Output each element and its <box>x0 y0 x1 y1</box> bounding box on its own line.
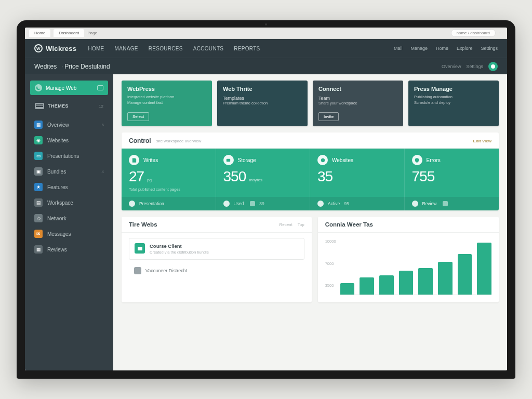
top-nav: W Wickress Home Manage Resources Account… <box>25 39 507 58</box>
tab[interactable]: Recent <box>279 222 292 227</box>
stat-unit: pg <box>147 178 152 182</box>
promo-card[interactable]: Press Manage Publishing automation Sched… <box>408 81 499 126</box>
disk-icon <box>223 155 234 165</box>
promo-text: Integrated website platform <box>127 95 206 100</box>
promo-text: Premium theme collection <box>223 101 302 107</box>
list-item-subtitle: Created via the distribution bundle <box>150 250 299 255</box>
stat-footer[interactable]: Active95 <box>310 197 405 210</box>
promo-text: Publishing automation <box>414 95 493 100</box>
sidebar-sub-count: 12 <box>99 104 103 109</box>
promo-subtitle: Templates <box>223 96 302 101</box>
nav-link[interactable]: Resources <box>149 46 183 51</box>
dot-icon <box>317 201 324 207</box>
nav-util-link[interactable]: Manage <box>410 46 428 51</box>
y-tick: 7000 <box>325 261 336 266</box>
stat-footer[interactable]: Used89 <box>216 197 311 210</box>
chart-bar <box>438 262 453 295</box>
chart-bar <box>458 254 472 295</box>
y-tick: 10000 <box>325 239 336 244</box>
nav-util-link[interactable]: Settings <box>481 46 498 51</box>
nav-util-link[interactable]: Home <box>436 46 448 51</box>
promo-card[interactable]: Connect Team Share your workspace Invite <box>313 81 403 126</box>
chip-icon <box>250 201 255 206</box>
stat-label: Storage <box>238 157 256 163</box>
sidebar-item-reviews[interactable]: ▦Reviews <box>25 242 113 257</box>
stat-card-storage: Storage 350mbytes <box>216 149 311 197</box>
browser-tab[interactable]: Home <box>29 29 50 37</box>
stat-footer[interactable]: Review <box>405 197 499 210</box>
slides-icon: ▭ <box>34 152 43 160</box>
sidebar-item-label: Overview <box>47 122 69 128</box>
stat-card-writes: Writes 27pg Total published content page… <box>122 149 216 197</box>
shield-icon <box>412 155 422 165</box>
nav-util-link[interactable]: Explore <box>457 46 473 51</box>
stat-card-errors: Errors 755 <box>405 149 499 197</box>
y-tick: 3500 <box>325 283 336 288</box>
panel-title: Control <box>129 137 151 144</box>
chart-bar <box>360 277 374 295</box>
bar-chart <box>340 238 491 295</box>
network-icon: ◇ <box>34 214 43 222</box>
nav-util-link[interactable]: Mail <box>394 46 403 51</box>
sidebar-item-features[interactable]: ★Features <box>25 179 113 195</box>
browser-menu-icon[interactable]: ⋯ <box>499 31 503 35</box>
avatar[interactable] <box>488 62 498 71</box>
subheader-link[interactable]: Overview <box>442 64 461 69</box>
stat-foot-label: Review <box>422 201 437 206</box>
nav-link[interactable]: Home <box>88 46 104 51</box>
sidebar-item-count: 6 <box>102 123 104 127</box>
nav-link[interactable]: Manage <box>115 46 138 51</box>
stat-desc: Total published content pages <box>129 187 208 192</box>
globe-icon: ◉ <box>34 136 43 144</box>
panel-action-link[interactable]: Edit View <box>473 139 491 143</box>
url-bar[interactable]: home / dashboard <box>451 29 496 37</box>
promo-card[interactable]: Web Thrite Templates Premium theme colle… <box>217 81 308 126</box>
star-icon: ★ <box>34 183 43 191</box>
sidebar-item-messages[interactable]: ✉Messages <box>25 226 113 242</box>
sidebar-subheader[interactable]: THEMES 12 <box>30 100 108 112</box>
dot-icon <box>223 201 230 207</box>
chip-icon <box>443 201 448 206</box>
stat-card-websites: Websites 35 <box>310 149 405 197</box>
list-item[interactable]: Course Client Created via the distributi… <box>129 238 304 260</box>
chat-icon: ✉ <box>34 230 43 238</box>
sidebar-item-network[interactable]: ◇Network <box>25 210 113 226</box>
browser-chrome: Home Dashboard Page home / dashboard ⋯ <box>25 28 507 39</box>
nav-link[interactable]: Reports <box>234 46 260 51</box>
promo-button[interactable]: Select <box>127 112 149 121</box>
promo-button[interactable]: Invite <box>318 112 339 121</box>
brand[interactable]: W Wickress <box>34 44 76 52</box>
sidebar-item-label: Reviews <box>47 247 67 252</box>
tab[interactable]: Top <box>298 222 304 227</box>
sidebar-item-presentations[interactable]: ▭Presentations <box>25 148 113 164</box>
chart-bar <box>340 283 355 295</box>
square-icon <box>134 267 141 274</box>
list-panel: Tire Webs Recent Top Course Client <box>122 217 312 302</box>
list-item[interactable]: Vaccuneer Distrecht <box>129 264 304 277</box>
promo-card[interactable]: WebPress Integrated website platform Man… <box>122 81 212 126</box>
sidebar-item-overview[interactable]: ▦Overview6 <box>25 117 113 132</box>
nav-link[interactable]: Accounts <box>193 46 224 51</box>
svg-rect-0 <box>227 158 230 162</box>
dot-icon <box>412 201 418 207</box>
sidebar-item-websites[interactable]: ◉Websites <box>25 132 113 148</box>
doc-icon <box>129 155 139 165</box>
stat-foot-num: 89 <box>259 201 264 206</box>
page-title: · <box>60 63 64 70</box>
sidebar-item-active[interactable]: Manage Web <box>30 81 108 95</box>
stat-footer[interactable]: Presentation <box>122 197 216 210</box>
sidebar-item-label: Messages <box>47 231 71 237</box>
stat-value: 35 <box>317 168 332 185</box>
calendar-icon: ▦ <box>34 245 43 254</box>
gauge-icon <box>35 84 42 91</box>
stat-foot-label: Presentation <box>139 201 164 206</box>
browser-tab[interactable]: Dashboard <box>54 29 84 37</box>
list-icon <box>35 103 44 109</box>
sidebar-item-workspace[interactable]: ▤Workspace <box>25 195 113 210</box>
stat-foot-num: 95 <box>344 201 349 206</box>
chart-y-axis: 10000 7000 3500 <box>325 238 336 295</box>
chart-bar <box>477 243 491 295</box>
sidebar-item-bundles[interactable]: ▣Bundles4 <box>25 164 113 179</box>
subheader-link[interactable]: Settings <box>466 64 483 69</box>
sidebar-item-count: 4 <box>102 169 104 174</box>
